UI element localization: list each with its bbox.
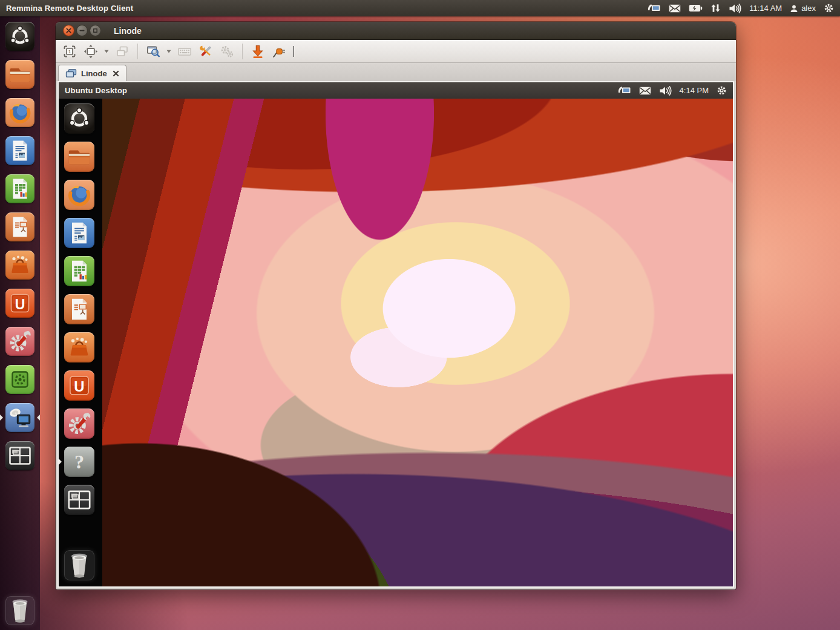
remote-desktop-indicator-icon[interactable] [647,3,661,13]
launcher-item-home-folder[interactable] [5,60,34,89]
ubuntu-one-icon: U [5,289,34,318]
remote-clock[interactable]: 4:14 PM [680,86,709,95]
launcher-item-libreoffice-impress[interactable] [64,294,94,324]
window-close-button[interactable] [63,25,74,36]
home-folder-icon [5,60,34,89]
home-folder-icon [64,142,94,172]
launcher-item-ubuntu-software[interactable] [5,365,34,394]
launcher-item-trash[interactable] [5,596,34,625]
launcher-item-workspace-switcher[interactable] [64,485,94,515]
launcher-item-firefox[interactable] [5,98,34,127]
launcher-item-home-folder[interactable] [64,142,94,172]
window-toolbar: 1 [56,40,736,63]
window-titlebar[interactable]: Linode [56,22,736,40]
host-indicator-area: 11:14 AM alex [647,3,834,13]
fullscreen-button[interactable]: 1 [61,42,79,61]
launcher-item-firefox[interactable] [64,180,94,210]
firefox-icon [5,98,34,127]
text-cursor [294,46,294,57]
software-center-icon [64,332,94,363]
remote-panel-title: Ubuntu Desktop [65,86,127,95]
launcher-item-libreoffice-calc[interactable] [5,174,34,203]
battery-indicator-icon[interactable] [689,4,703,12]
mail-indicator-icon[interactable] [669,4,681,13]
window-maximize-button[interactable] [90,25,101,36]
keyboard-grab-button [176,42,194,61]
tab-label: Linode [81,69,107,78]
scaled-mode-button[interactable] [144,42,162,61]
launcher-item-dash-home[interactable] [5,22,34,51]
preferences-tools-icon [199,44,213,59]
remote-tray-icons [617,85,672,96]
system-settings-icon [5,327,34,356]
launcher-item-libreoffice-calc[interactable] [64,256,94,286]
remote-desktop-indicator-icon[interactable] [617,85,631,96]
disconnect-icon [272,44,286,59]
firefox-icon [64,180,94,210]
launcher-item-libreoffice-writer[interactable] [5,136,34,165]
window-minimize-button[interactable] [76,25,88,36]
software-center-icon [5,251,34,280]
launcher-item-ubuntu-one[interactable]: U [64,370,94,401]
host-username: alex [801,4,816,13]
launcher-item-dash-home[interactable] [64,103,94,134]
keyboard-grab-icon [177,44,192,59]
trash-icon [64,550,94,580]
remote-session: Ubuntu Desktop 4:14 PM U? [57,81,734,588]
remmina-icon [5,403,34,432]
launcher-item-system-settings[interactable] [5,327,34,356]
remote-launcher: U? [59,99,102,586]
volume-indicator-icon[interactable] [659,86,672,96]
volume-indicator-icon[interactable] [729,4,741,13]
session-gear-icon[interactable] [717,85,727,96]
remote-indicator-area: 4:14 PM [617,85,727,96]
launcher-item-software-center[interactable] [64,332,94,363]
fit-window-dropdown-caret[interactable] [103,50,110,53]
screenshot-icon [251,44,265,59]
svg-text:U: U [74,378,84,395]
launcher-item-unknown-app[interactable]: ? [64,447,94,477]
libreoffice-impress-icon [5,212,34,241]
host-clock[interactable]: 11:14 AM [749,4,782,13]
launcher-item-remmina[interactable] [5,403,34,432]
network-traffic-indicator-icon[interactable] [710,4,721,13]
tab-close-icon[interactable] [113,70,119,77]
fit-window-button[interactable] [82,42,100,61]
scaled-mode-dropdown-caret[interactable] [165,50,172,53]
tab-linode[interactable]: Linode [58,65,126,81]
toolbar-separator [242,44,243,59]
launcher-item-libreoffice-impress[interactable] [5,212,34,241]
launcher-item-software-center[interactable] [5,251,34,280]
launcher-item-system-settings[interactable] [64,409,94,439]
remote-wallpaper [102,99,733,586]
session-gear-icon[interactable] [824,3,834,13]
mail-indicator-icon[interactable] [639,87,651,95]
libreoffice-calc-icon [64,256,94,286]
remote-desktop: U? [59,99,733,586]
host-launcher: U [0,16,40,630]
remote-top-panel: Ubuntu Desktop 4:14 PM [59,82,733,99]
screenshot-button[interactable] [249,42,267,61]
launcher-item-trash[interactable] [64,550,94,580]
svg-text:1: 1 [68,49,71,54]
workspace-switcher-icon [5,441,34,470]
launcher-item-libreoffice-writer[interactable] [64,218,94,248]
launcher-item-ubuntu-one[interactable]: U [5,289,34,318]
user-icon [790,4,798,13]
ubuntu-one-icon: U [64,370,94,401]
libreoffice-writer-icon [5,136,34,165]
window-title: Linode [114,26,142,36]
trash-icon [5,596,34,625]
workspace-switcher-icon [64,485,94,515]
toolbar-separator [137,44,138,59]
launcher-item-workspace-switcher[interactable] [5,441,34,470]
host-user-menu[interactable]: alex [790,4,816,13]
preferences-tools-button[interactable] [197,42,215,61]
disconnect-button[interactable] [270,42,288,61]
duplicate-connection-button [113,42,131,61]
ubuntu-software-icon [5,365,34,394]
fullscreen-icon: 1 [62,44,77,59]
host-tray-icons [647,3,741,13]
dash-home-icon [5,22,34,51]
gears-icon [220,44,234,59]
